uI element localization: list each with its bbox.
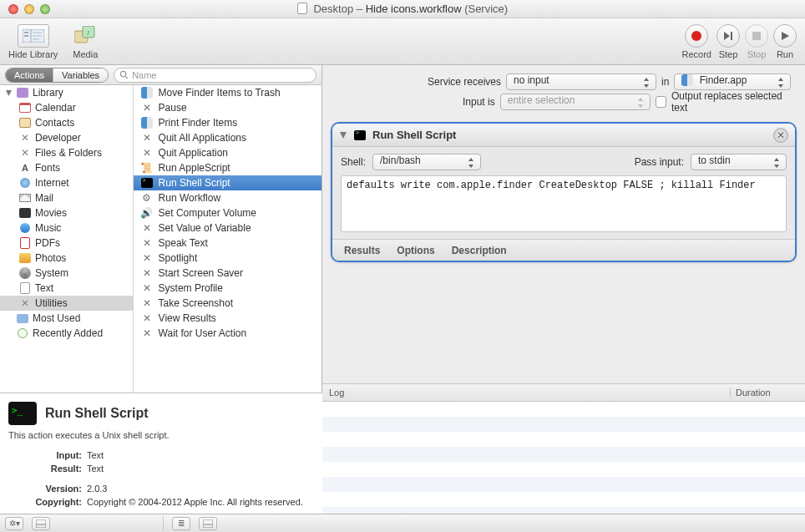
- action-row[interactable]: ✕Take Screenshot: [134, 296, 321, 311]
- action-row[interactable]: ⚙Run Workflow: [134, 190, 321, 205]
- workflow-area: Service receives no input in Finder.app …: [322, 65, 805, 514]
- card-options-tab[interactable]: Options: [397, 245, 434, 256]
- system-icon: [18, 266, 32, 280]
- action-row[interactable]: ✕Wait for User Action: [134, 326, 321, 341]
- action-row[interactable]: Print Finder Items: [134, 115, 321, 130]
- sidebar-item-label: PDFs: [35, 237, 60, 249]
- toggle-log-panel-button[interactable]: [199, 517, 217, 530]
- sidebar-item-text[interactable]: Text: [0, 281, 133, 296]
- action-row[interactable]: ✕Set Value of Variable: [134, 220, 321, 236]
- service-receives-value: no input: [514, 74, 549, 86]
- media-button[interactable]: ♪ Media: [73, 24, 98, 59]
- info-version-value: 2.0.3: [87, 482, 314, 495]
- sidebar-item-music[interactable]: Music: [0, 220, 133, 236]
- duration-column-header[interactable]: Duration: [730, 388, 805, 398]
- record-button[interactable]: Record: [682, 24, 711, 59]
- service-app-select[interactable]: Finder.app: [674, 73, 791, 90]
- sidebar-item-contacts[interactable]: Contacts: [0, 115, 133, 130]
- sidebar-item-utilities[interactable]: ✕Utilities: [0, 296, 133, 311]
- action-label: View Results: [159, 312, 216, 324]
- inputis-label: Input is: [401, 96, 495, 108]
- action-row[interactable]: ✕Quit All Applications: [134, 130, 321, 145]
- svg-marker-17: [644, 78, 649, 81]
- hide-library-button[interactable]: Hide Library: [8, 24, 58, 59]
- action-row[interactable]: ✕Quit Application: [134, 145, 321, 160]
- toggle-info-panel-button[interactable]: [32, 517, 50, 530]
- sidebar-item-system[interactable]: System: [0, 266, 133, 281]
- info-version-key: Version:: [8, 482, 87, 495]
- service-receives-select[interactable]: no input: [506, 73, 656, 90]
- sidebar-item-label: Developer: [35, 132, 81, 144]
- caret-icon: [777, 77, 785, 89]
- sidebar-item-mail[interactable]: Mail: [0, 190, 133, 205]
- action-label: Wait for User Action: [159, 327, 247, 339]
- sidebar-item-developer[interactable]: ✕Developer: [0, 130, 133, 145]
- action-label: Set Computer Volume: [159, 207, 256, 219]
- action-row[interactable]: ✕Start Screen Saver: [134, 266, 321, 281]
- action-row[interactable]: ✕System Profile: [134, 281, 321, 296]
- sidebar-item-photos[interactable]: Photos: [0, 251, 133, 266]
- sidebar-item-most-used[interactable]: Most Used: [0, 311, 133, 326]
- info-input-value: Text: [87, 448, 314, 462]
- list-view-button[interactable]: ≣: [172, 517, 190, 530]
- action-row[interactable]: 📜Run AppleScript: [134, 160, 321, 175]
- clock-icon: [16, 327, 29, 340]
- panel-icon: [203, 519, 213, 528]
- output-replaces-label: Output replaces selected text: [671, 90, 793, 114]
- remove-action-button[interactable]: ✕: [773, 128, 788, 143]
- sidebar-item-fonts[interactable]: AFonts: [0, 160, 133, 175]
- log-body: [322, 402, 805, 514]
- minimize-window-button[interactable]: [24, 4, 34, 14]
- svg-rect-5: [33, 35, 42, 37]
- tab-variables[interactable]: Variables: [53, 68, 108, 82]
- close-window-button[interactable]: [8, 4, 18, 14]
- sidebar-item-movies[interactable]: Movies: [0, 205, 133, 220]
- action-icon: ✕: [140, 266, 154, 280]
- stop-button[interactable]: Stop: [745, 24, 768, 59]
- tab-actions[interactable]: Actions: [6, 68, 53, 82]
- pass-input-label: Pass input:: [635, 156, 684, 168]
- action-icon: ⚙: [140, 191, 154, 205]
- in-word-label: in: [661, 76, 669, 88]
- action-row[interactable]: ✕Spotlight: [134, 251, 321, 266]
- run-button[interactable]: Run: [773, 24, 797, 59]
- action-row[interactable]: Move Finder Items to Trash: [134, 85, 321, 100]
- svg-line-15: [125, 76, 128, 79]
- stop-icon: [745, 24, 768, 48]
- sidebar-item-files-folders[interactable]: ✕Files & Folders: [0, 145, 133, 160]
- action-row[interactable]: 🔊Set Computer Volume: [134, 205, 321, 220]
- pass-input-select[interactable]: to stdin: [691, 154, 787, 170]
- sidebar-item-recently-added[interactable]: Recently Added: [0, 326, 133, 341]
- developer-icon: ✕: [18, 131, 32, 144]
- action-row[interactable]: Run Shell Script: [134, 175, 321, 190]
- sidebar-item-label: Internet: [35, 177, 69, 189]
- card-description-tab[interactable]: Description: [452, 245, 507, 256]
- shell-select[interactable]: /bin/bash: [372, 154, 481, 170]
- step-button[interactable]: Step: [716, 24, 740, 59]
- sidebar-item-internet[interactable]: Internet: [0, 175, 133, 190]
- library-root[interactable]: Library: [0, 85, 133, 100]
- output-replaces-checkbox[interactable]: [656, 96, 666, 108]
- action-icon: ✕: [140, 312, 154, 325]
- actions-list: Move Finder Items to Trash✕PausePrint Fi…: [134, 85, 321, 393]
- action-icon: ✕: [140, 236, 154, 250]
- action-label: Print Finder Items: [159, 117, 238, 129]
- sidebar-item-calendar[interactable]: Calendar: [0, 100, 133, 115]
- log-column-header[interactable]: Log: [322, 388, 730, 398]
- zoom-window-button[interactable]: [40, 4, 50, 14]
- action-row[interactable]: ✕Pause: [134, 100, 321, 115]
- card-title: Run Shell Script: [372, 129, 456, 141]
- disclosure-triangle-icon[interactable]: [339, 131, 347, 139]
- inputis-select[interactable]: entire selection: [500, 94, 651, 110]
- gear-menu-button[interactable]: ✲▾: [5, 517, 23, 530]
- document-icon: [297, 3, 307, 14]
- disclosure-triangle-icon[interactable]: [5, 89, 13, 97]
- action-row[interactable]: ✕Speak Text: [134, 236, 321, 251]
- card-results-tab[interactable]: Results: [344, 245, 380, 256]
- sidebar-item-pdfs[interactable]: PDFs: [0, 236, 133, 251]
- svg-marker-13: [782, 32, 789, 40]
- mail-icon: [18, 191, 32, 205]
- action-row[interactable]: ✕View Results: [134, 311, 321, 326]
- search-input[interactable]: Name: [114, 68, 316, 83]
- script-textarea[interactable]: defaults write com.apple.finder CreateDe…: [341, 175, 787, 232]
